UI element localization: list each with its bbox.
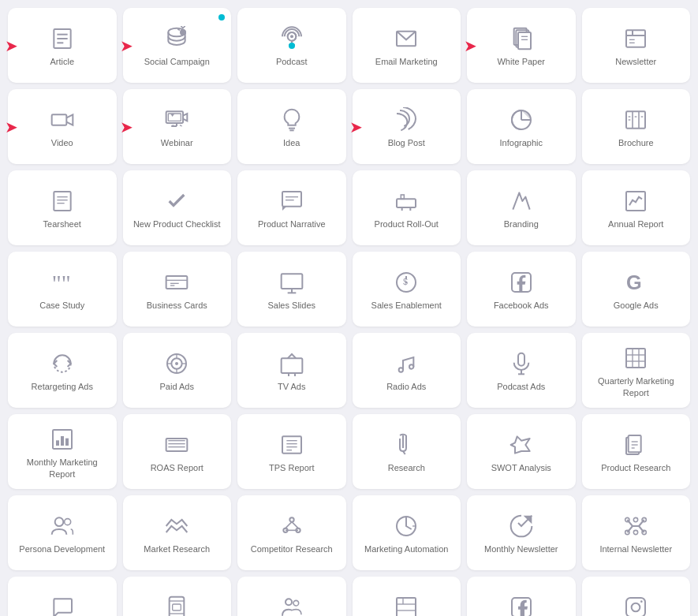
card-research-label: Research (388, 462, 425, 473)
market-research-icon (164, 513, 189, 539)
white-paper-icon (509, 26, 534, 51)
sms-message-icon (164, 595, 189, 616)
card-newsletter[interactable]: Newsletter (582, 8, 691, 83)
svg-point-76 (399, 368, 403, 372)
card-blog-post[interactable]: ➤ Blog Post (353, 89, 461, 164)
card-webinar-label: Webinar (161, 137, 193, 148)
card-facebook-ads[interactable]: Facebook Ads (467, 252, 576, 327)
card-research[interactable]: Research (353, 414, 461, 489)
card-radio-ads[interactable]: Radio Ads (353, 333, 461, 408)
svg-point-143 (632, 603, 640, 612)
card-brochure[interactable]: Brochure (582, 89, 691, 164)
card-facebook-live[interactable]: Facebook Live (467, 577, 576, 616)
card-idea[interactable]: Idea (237, 89, 346, 164)
card-in-app-message[interactable]: In-App Message (8, 577, 117, 616)
card-article[interactable]: ➤ Article (8, 8, 117, 83)
card-product-rollout[interactable]: Product Roll-Out (353, 170, 461, 245)
card-monthly-marketing-report-label: Monthly Marketing Report (14, 457, 110, 480)
card-sales-slides[interactable]: Sales Slides (237, 252, 346, 327)
card-sms-message[interactable]: SMS Message (123, 577, 232, 616)
card-annual-report-label: Annual Report (608, 218, 663, 230)
annual-report-icon (623, 189, 648, 214)
card-product-narrative-label: Product Narrative (258, 218, 326, 230)
tps-report-icon (279, 432, 304, 457)
paid-ads-icon (164, 351, 189, 376)
svg-line-121 (639, 520, 644, 526)
svg-point-68 (175, 362, 178, 365)
card-paid-ads[interactable]: Paid Ads (123, 333, 232, 408)
card-tps-report[interactable]: TPS Report (237, 414, 346, 489)
dot-social-campaign (218, 14, 225, 21)
persona-development-icon (50, 513, 75, 539)
card-video[interactable]: ➤ Video (8, 89, 117, 164)
card-market-research[interactable]: Market Research (123, 495, 232, 570)
internal-newsletter-icon (623, 513, 648, 539)
card-brochure-label: Brochure (618, 137, 654, 148)
card-article-label: Article (50, 56, 74, 67)
sales-slides-icon (279, 270, 304, 295)
card-monthly-marketing-report[interactable]: Monthly Marketing Report (8, 414, 117, 489)
card-new-product-checklist-label: New Product Checklist (133, 218, 221, 230)
content-type-grid: ➤ Article ➤ Social Campaign Podcast Emai… (8, 8, 690, 616)
card-product-narrative[interactable]: Product Narrative (237, 170, 346, 245)
card-case-study-label: Case Study (39, 300, 84, 311)
radio-ads-icon (394, 351, 419, 376)
monthly-newsletter-icon (509, 513, 534, 539)
idea-icon (279, 107, 304, 133)
card-roas-report-label: ROAS Report (151, 462, 203, 473)
card-tv-ads[interactable]: TV Ads (237, 333, 346, 408)
card-internal-newsletter[interactable]: Internal Newsletter (582, 495, 691, 570)
card-branding[interactable]: Branding (467, 170, 576, 245)
card-google-ads-label: Google Ads (614, 300, 659, 311)
card-white-paper[interactable]: ➤ White Paper (467, 8, 576, 83)
card-instagram-tv[interactable]: Instagram TV (582, 577, 691, 616)
card-roas-report[interactable]: ROAS Report (123, 414, 232, 489)
svg-rect-87 (56, 441, 59, 446)
card-marketing-automation-label: Marketing Automation (364, 543, 448, 554)
card-social-campaign[interactable]: ➤ Social Campaign (123, 8, 232, 83)
svg-line-122 (628, 526, 633, 532)
card-google-ads[interactable]: G Google Ads (582, 252, 691, 327)
brochure-icon (623, 107, 648, 133)
card-retargeting-ads-label: Retargeting Ads (32, 381, 93, 392)
video-icon (50, 107, 75, 133)
arrow-video: ➤ (5, 118, 18, 136)
card-podcast-ads[interactable]: Podcast Ads (467, 333, 576, 408)
card-swot-analysis-label: SWOT Analysis (491, 462, 551, 473)
card-business-cards[interactable]: Business Cards (123, 252, 232, 327)
svg-point-125 (634, 518, 638, 522)
card-infographic[interactable]: Infographic (467, 89, 576, 164)
card-case-study[interactable]: "" Case Study (8, 252, 117, 327)
card-quarterly-marketing-report[interactable]: Quarterly Marketing Report (582, 333, 691, 408)
arrow-social-campaign: ➤ (120, 36, 133, 55)
card-press-conference[interactable]: Press Conference (237, 577, 346, 616)
card-podcast[interactable]: Podcast (237, 8, 346, 83)
svg-point-135 (286, 599, 292, 606)
svg-point-144 (640, 601, 643, 603)
monthly-marketing-report-icon (50, 427, 75, 452)
podcast-ads-icon (509, 351, 534, 376)
tv-ads-icon (279, 351, 304, 376)
card-new-product-checklist[interactable]: New Product Checklist (123, 170, 232, 245)
card-monthly-newsletter[interactable]: Monthly Newsletter (467, 495, 576, 570)
card-product-research[interactable]: Product Research (582, 414, 691, 489)
card-marketing-automation[interactable]: Marketing Automation (353, 495, 461, 570)
card-competitor-research[interactable]: Competitor Research (237, 495, 346, 570)
svg-line-116 (286, 522, 292, 528)
card-press-release[interactable]: Press Release (353, 577, 461, 616)
svg-line-117 (292, 522, 298, 528)
card-sales-enablement[interactable]: $ Sales Enablement (353, 252, 461, 327)
card-email-marketing[interactable]: Email Marketing (353, 8, 461, 83)
card-persona-development[interactable]: Persona Development (8, 495, 117, 570)
card-tearsheet[interactable]: Tearsheet (8, 170, 117, 245)
arrow-white-paper: ➤ (464, 36, 477, 55)
card-monthly-newsletter-label: Monthly Newsletter (484, 543, 558, 554)
card-persona-development-label: Persona Development (19, 543, 105, 554)
facebook-live-icon (509, 595, 534, 616)
instagram-tv-icon (623, 595, 648, 616)
card-webinar[interactable]: ➤ Webinar (123, 89, 232, 164)
card-retargeting-ads[interactable]: Retargeting Ads (8, 333, 117, 408)
card-swot-analysis[interactable]: SWOT Analysis (467, 414, 576, 489)
card-idea-label: Idea (283, 137, 300, 148)
card-annual-report[interactable]: Annual Report (582, 170, 691, 245)
